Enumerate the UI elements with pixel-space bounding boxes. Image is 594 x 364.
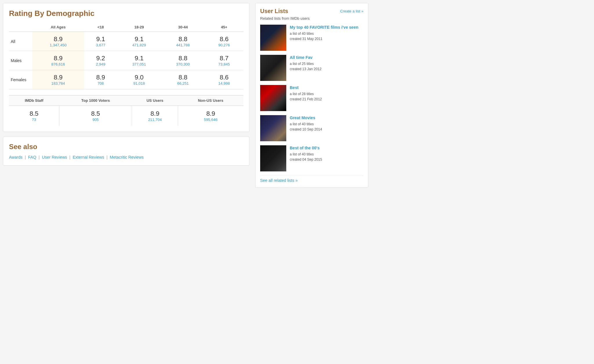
vote-count[interactable]: 211,704: [134, 117, 176, 122]
col-header-30-44: 30-44: [161, 23, 205, 32]
create-list-link[interactable]: Create a list »: [340, 9, 363, 13]
lists-container: My top 40 FAVORITE films i've seena list…: [260, 25, 363, 171]
list-info-1: All time Fava list of 25 titles created …: [290, 55, 363, 72]
vote-count[interactable]: 183,784: [34, 81, 82, 86]
list-item-2: Besta list of 28 titles created 21 Feb 2…: [260, 85, 363, 111]
vote-count[interactable]: 66,251: [163, 81, 203, 86]
list-item-3: Great Moviesa list of 40 titles created …: [260, 115, 363, 141]
see-all-lists-link[interactable]: See all related lists »: [260, 175, 363, 183]
secondary-header-2: US Users: [132, 95, 178, 106]
rating-section: Rating By Demographic All Ages <18 18-29…: [3, 3, 249, 132]
vote-count[interactable]: 73,845: [207, 62, 242, 66]
list-item-4: Best of the 00'sa list of 40 titles crea…: [260, 145, 363, 171]
rating-value: 8.8: [163, 74, 203, 81]
see-also-link-awards[interactable]: Awards: [9, 155, 22, 160]
see-also-link-metacritic-reviews[interactable]: Metacritic Reviews: [110, 155, 144, 160]
secondary-stats-table: IMDb StaffTop 1000 VotersUS UsersNon-US …: [9, 95, 243, 126]
vote-count[interactable]: 3,677: [86, 43, 115, 47]
vote-count[interactable]: 91,018: [119, 81, 159, 86]
rating-value: 8.7: [207, 55, 242, 62]
list-thumbnail-3: [260, 115, 286, 141]
list-item-0: My top 40 FAVORITE films i've seena list…: [260, 25, 363, 51]
list-thumbnail-2: [260, 85, 286, 111]
list-name-0[interactable]: My top 40 FAVORITE films i've seen: [290, 25, 363, 30]
separator: |: [106, 155, 108, 160]
vote-count[interactable]: 595,646: [180, 117, 242, 122]
list-info-2: Besta list of 28 titles created 21 Feb 2…: [290, 85, 363, 102]
rating-value: 9.1: [119, 55, 159, 62]
vote-count[interactable]: 708: [86, 81, 115, 86]
col-header-45plus: 45+: [205, 23, 243, 32]
separator: |: [69, 155, 70, 160]
vote-count[interactable]: 905: [61, 117, 130, 122]
demo-cell: 8.773,845: [205, 51, 243, 70]
sidebar-title: User Lists: [260, 8, 288, 15]
col-header-all-ages: All Ages: [32, 23, 84, 32]
vote-count[interactable]: 73: [11, 117, 57, 122]
col-header-18-29: 18-29: [117, 23, 161, 32]
rating-value: 8.9: [180, 110, 242, 117]
main-content: Rating By Demographic All Ages <18 18-29…: [3, 3, 255, 188]
secondary-cell-2: 8.9211,704: [132, 106, 178, 126]
demo-cell: 8.614,998: [205, 70, 243, 89]
thumb-overlay-4: [260, 145, 286, 171]
demo-row-label: Males: [9, 51, 32, 70]
demo-cell: 8.9708: [84, 70, 117, 89]
vote-count[interactable]: 471,829: [119, 43, 159, 47]
rating-value: 8.9: [134, 110, 176, 117]
see-also-link-user-reviews[interactable]: User Reviews: [42, 155, 67, 160]
user-lists-card: User Lists Create a list » Related lists…: [255, 3, 368, 188]
rating-value: 8.8: [163, 35, 203, 43]
list-name-3[interactable]: Great Movies: [290, 115, 363, 120]
vote-count[interactable]: 441,788: [163, 43, 203, 47]
thumb-overlay-1: [260, 55, 286, 81]
rating-value: 8.6: [207, 35, 242, 43]
vote-count[interactable]: 2,949: [86, 62, 115, 66]
thumb-overlay-2: [260, 85, 286, 111]
list-meta-4: a list of 40 titles created 04 Sep 2015: [290, 152, 363, 162]
rating-value: 8.6: [207, 74, 242, 81]
secondary-cell-1: 8.5905: [59, 106, 132, 126]
list-thumbnail-0: [260, 25, 286, 51]
secondary-cell-3: 8.9595,646: [178, 106, 243, 126]
rating-value: 9.1: [119, 35, 159, 43]
list-meta-3: a list of 40 titles created 10 Sep 2014: [290, 122, 363, 132]
demo-cell: 9.091,018: [117, 70, 161, 89]
demo-cell: 8.8370,300: [161, 51, 205, 70]
list-item-1: All time Fava list of 25 titles created …: [260, 55, 363, 81]
rating-value: 8.9: [34, 55, 82, 62]
secondary-header-0: IMDb Staff: [9, 95, 59, 106]
vote-count[interactable]: 370,300: [163, 62, 203, 66]
demo-cell: 9.22,949: [84, 51, 117, 70]
vote-count[interactable]: 14,998: [207, 81, 242, 86]
secondary-cell-0: 8.573: [9, 106, 59, 126]
list-name-1[interactable]: All time Fav: [290, 55, 363, 60]
vote-count[interactable]: 876,616: [34, 62, 82, 66]
col-header-empty: [9, 23, 32, 32]
rating-value: 8.5: [61, 110, 130, 117]
vote-count[interactable]: 1,347,450: [34, 43, 82, 47]
list-meta-2: a list of 28 titles created 21 Feb 2012: [290, 91, 363, 102]
rating-value: 8.5: [11, 110, 57, 117]
list-meta-1: a list of 25 titles created 13 Jan 2012: [290, 61, 363, 72]
demo-row-males: Males8.9876,6169.22,9499.1377,0518.8370,…: [9, 51, 243, 70]
rating-value: 9.0: [119, 74, 159, 81]
vote-count[interactable]: 377,051: [119, 62, 159, 66]
vote-count[interactable]: 90,276: [207, 43, 242, 47]
list-thumbnail-4: [260, 145, 286, 171]
demo-row-label: Females: [9, 70, 32, 89]
demo-row-females: Females8.9183,7848.97089.091,0188.866,25…: [9, 70, 243, 89]
demo-cell: 8.91,347,450: [32, 32, 84, 51]
see-also-links: Awards|FAQ|User Reviews|External Reviews…: [9, 155, 243, 160]
list-name-2[interactable]: Best: [290, 85, 363, 90]
sidebar: User Lists Create a list » Related lists…: [255, 3, 368, 188]
demo-cell: 8.9183,784: [32, 70, 84, 89]
demo-row-all: All8.91,347,4509.13,6779.1471,8298.8441,…: [9, 32, 243, 51]
demographic-table: All Ages <18 18-29 30-44 45+ All8.91,347…: [9, 23, 243, 89]
sidebar-header: User Lists Create a list »: [260, 8, 363, 15]
see-also-link-faq[interactable]: FAQ: [28, 155, 36, 160]
see-also-link-external-reviews[interactable]: External Reviews: [73, 155, 104, 160]
rating-value: 8.9: [34, 74, 82, 81]
list-name-4[interactable]: Best of the 00's: [290, 145, 363, 151]
secondary-header-1: Top 1000 Voters: [59, 95, 132, 106]
